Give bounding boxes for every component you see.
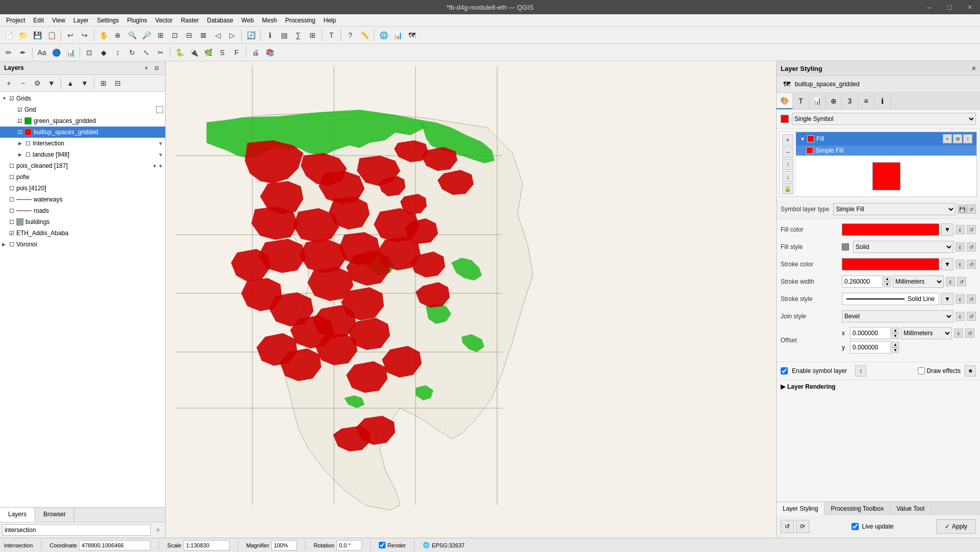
styling-tab-paint[interactable]: 🎨 [777,93,793,109]
apply-button[interactable]: ✓ Apply [936,519,976,534]
symbol-type-select[interactable]: Single Symbol [792,113,976,125]
layer-item-pois-cleaned[interactable]: ☐ pois_cleaned [187] ▼▼ [0,160,165,171]
stroke-color-dropper[interactable]: ▼ [941,258,953,270]
magnifier-input[interactable] [271,540,297,550]
menu-edit[interactable]: Edit [29,16,48,25]
sym-layer-type-save-btn[interactable]: 💾 [958,205,967,214]
styling-tab-label[interactable]: T [793,93,809,109]
menu-web[interactable]: Web [237,16,257,25]
refresh-button[interactable]: 🔄 [244,29,257,42]
collapse-all-button[interactable]: ⊟ [111,77,124,90]
add-symbol-layer-btn[interactable]: + [782,134,793,145]
menu-view[interactable]: View [48,16,69,25]
layer-item-roads[interactable]: ☐ roads [0,205,165,216]
move-down-button[interactable]: ▼ [78,77,91,90]
move-up-button[interactable]: ▲ [64,77,77,90]
pan-map-button[interactable]: ✋ [97,29,110,42]
stroke-color-picker[interactable] [842,258,939,270]
add-wms-button[interactable]: 🌐 [377,29,390,42]
check-builtup[interactable]: ☑ [17,129,24,136]
menu-settings[interactable]: Settings [93,16,123,25]
offset-y-down[interactable]: ▼ [892,347,899,353]
check-waterways[interactable]: ☐ [9,196,16,203]
styling-tab-mask[interactable]: ⊕ [826,93,842,109]
zoom-layer-button[interactable]: ⊟ [183,29,196,42]
menu-mesh[interactable]: Mesh [258,16,281,25]
layer-item-voronoi[interactable]: ▶ ☐ Voronoi [0,239,165,250]
menu-vector[interactable]: Vector [151,16,177,25]
close-button[interactable]: × [960,0,980,14]
fill-style-reset-btn[interactable]: ↺ [967,242,976,252]
enable-symbol-checkbox[interactable] [781,367,788,374]
styling-tab-metadata[interactable]: ℹ [874,93,891,109]
check-landuse[interactable]: ☐ [25,152,33,158]
maximize-button[interactable]: □ [939,0,960,14]
check-voronoi[interactable]: ☐ [9,241,16,248]
layers-float-button[interactable]: ⊡ [152,63,161,72]
add-vector-button[interactable]: 📊 [391,29,404,42]
pan-to-selection-button[interactable]: ⊕ [111,29,124,42]
layer-item-grids[interactable]: ▼ ☑ Grids [0,93,165,104]
sym-layer-type-select[interactable]: Simple Fill [833,203,956,215]
atlas-button[interactable]: 📚 [263,46,276,59]
live-update-checkbox[interactable] [852,523,859,530]
coordinate-input[interactable] [79,540,150,550]
lock-symbol-btn[interactable]: 🔒 [782,183,793,194]
scale-input[interactable] [184,540,229,550]
add-raster-button[interactable]: 🗺 [405,29,419,42]
plugin-button[interactable]: 🔌 [187,46,200,59]
fill-btn-1[interactable]: + [943,134,952,143]
fill-style-expr-btn[interactable]: ε [956,242,965,252]
stroke-style-reset-btn[interactable]: ↺ [967,294,976,304]
tab-value-tool[interactable]: Value Tool [890,502,931,515]
attribute-table-button[interactable]: ⊞ [306,29,319,42]
tab-layers[interactable]: Layers [0,508,35,522]
fill-btn-2[interactable]: ⚙ [953,134,962,143]
styling-panel-close[interactable]: × [972,64,976,72]
filter-layer-button[interactable]: ▼ [45,77,58,90]
menu-plugins[interactable]: Plugins [123,16,151,25]
vertex-button[interactable]: ◆ [97,46,110,59]
refresh-btn-2[interactable]: ⟳ [796,520,809,533]
tab-processing-toolbox[interactable]: Processing Toolbox [824,502,890,515]
diagram2-button[interactable]: 📊 [64,46,77,59]
ftools-button[interactable]: F [230,46,243,59]
redo-button[interactable]: ↪ [78,29,91,42]
join-style-select[interactable]: Bevel [842,310,953,322]
add-layer-button[interactable]: + [2,77,15,90]
menu-processing[interactable]: Processing [281,16,319,25]
move-button[interactable]: ↕ [111,46,124,59]
expand-voronoi[interactable]: ▶ [2,242,9,247]
label-text-button[interactable]: Aa [35,46,48,59]
stroke-style-expr-btn[interactable]: ε [956,294,965,304]
label-button[interactable]: T [325,29,338,42]
digitize-button[interactable]: ✏ [2,46,15,59]
rotation-input[interactable] [337,540,362,550]
layer-item-buildings[interactable]: ☐ buildings [0,216,165,228]
open-properties-button[interactable]: ⚙ [31,77,44,90]
map-tips-button[interactable]: ? [344,29,357,42]
stroke-width-up[interactable]: ▲ [884,276,891,282]
styling-tab-3d[interactable]: 3 [842,93,858,109]
fill-color-picker[interactable] [842,223,939,236]
undo-button[interactable]: ↩ [64,29,77,42]
split-button[interactable]: ✂ [154,46,167,59]
render-checkbox[interactable] [379,542,385,548]
join-style-reset-btn[interactable]: ↺ [967,312,976,321]
zoom-native-button[interactable]: ⊠ [197,29,210,42]
edit-button[interactable]: ✒ [16,46,30,59]
offset-y-up[interactable]: ▲ [892,342,899,347]
layer-item-builtup[interactable]: ☑ builtup_spaces_gridded [0,127,165,138]
open-project-button[interactable]: 📁 [16,29,30,42]
grass-button[interactable]: 🌿 [201,46,215,59]
menu-database[interactable]: Database [203,16,237,25]
diagram-button[interactable]: 🔵 [49,46,63,59]
zoom-prev-button[interactable]: ◁ [211,29,224,42]
fill-header[interactable]: ▼ Fill + ⚙ ↕ [796,132,976,145]
tab-browser[interactable]: Browser [35,508,74,522]
layer-item-intersection[interactable]: ▶ ☐ Intersection ▼ [0,138,165,149]
check-buildings[interactable]: ☐ [9,219,16,225]
expand-landuse[interactable]: ▶ [18,152,25,157]
statistics-button[interactable]: ∑ [292,29,305,42]
offset-y-input[interactable] [850,341,891,354]
